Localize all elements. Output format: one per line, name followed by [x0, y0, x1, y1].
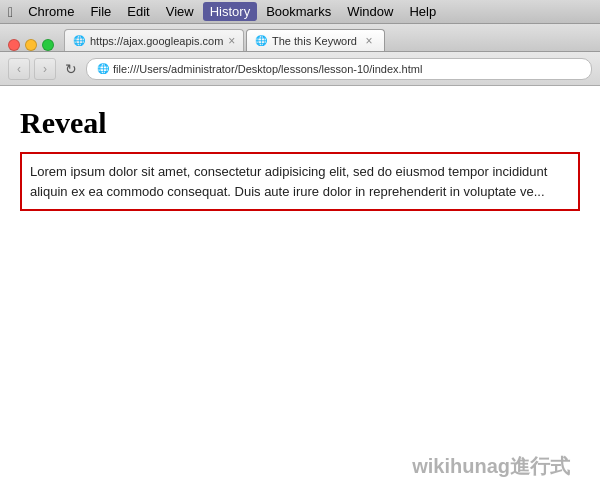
refresh-button[interactable]: ↻ [60, 58, 82, 80]
tab-icon-ajax: 🌐 [73, 35, 85, 46]
tab-icon-keyword: 🌐 [255, 35, 267, 46]
refresh-icon: ↻ [65, 61, 77, 77]
text-box: Lorem ipsum dolor sit amet, consectetur … [20, 152, 580, 211]
apple-logo[interactable]:  [8, 4, 13, 20]
minimize-button[interactable] [25, 39, 37, 51]
back-button[interactable]: ‹ [8, 58, 30, 80]
close-button[interactable] [8, 39, 20, 51]
tab-close-ajax[interactable]: × [228, 34, 235, 48]
menu-item-help[interactable]: Help [402, 2, 443, 21]
forward-icon: › [43, 62, 47, 76]
maximize-button[interactable] [42, 39, 54, 51]
page-title: Reveal [20, 106, 580, 140]
url-bar[interactable]: 🌐 file:///Users/administrator/Desktop/le… [86, 58, 592, 80]
window-controls [8, 39, 54, 51]
tab-label-ajax: https://ajax.googleapis.com [90, 35, 223, 47]
tab-ajax[interactable]: 🌐 https://ajax.googleapis.com × [64, 29, 244, 51]
page-content: Reveal Lorem ipsum dolor sit amet, conse… [0, 86, 600, 231]
menu-item-history[interactable]: History [203, 2, 257, 21]
menu-item-window[interactable]: Window [340, 2, 400, 21]
url-text: file:///Users/administrator/Desktop/less… [113, 63, 422, 75]
tab-bar: 🌐 https://ajax.googleapis.com × 🌐 The th… [0, 24, 600, 52]
watermark: wikihunag進行式 [412, 453, 570, 480]
menu-bar:  Chrome File Edit View History Bookmark… [0, 0, 600, 24]
toolbar: ‹ › ↻ 🌐 file:///Users/administrator/Desk… [0, 52, 600, 86]
forward-button[interactable]: › [34, 58, 56, 80]
url-security-icon: 🌐 [97, 63, 109, 74]
back-icon: ‹ [17, 62, 21, 76]
tab-close-keyword[interactable]: × [362, 34, 376, 48]
tab-label-keyword: The this Keyword [272, 35, 357, 47]
tab-keyword[interactable]: 🌐 The this Keyword × [246, 29, 385, 51]
menu-item-view[interactable]: View [159, 2, 201, 21]
body-text: Lorem ipsum dolor sit amet, consectetur … [30, 164, 547, 199]
menu-item-file[interactable]: File [83, 2, 118, 21]
menu-item-bookmarks[interactable]: Bookmarks [259, 2, 338, 21]
menu-item-edit[interactable]: Edit [120, 2, 156, 21]
menu-item-chrome[interactable]: Chrome [21, 2, 81, 21]
